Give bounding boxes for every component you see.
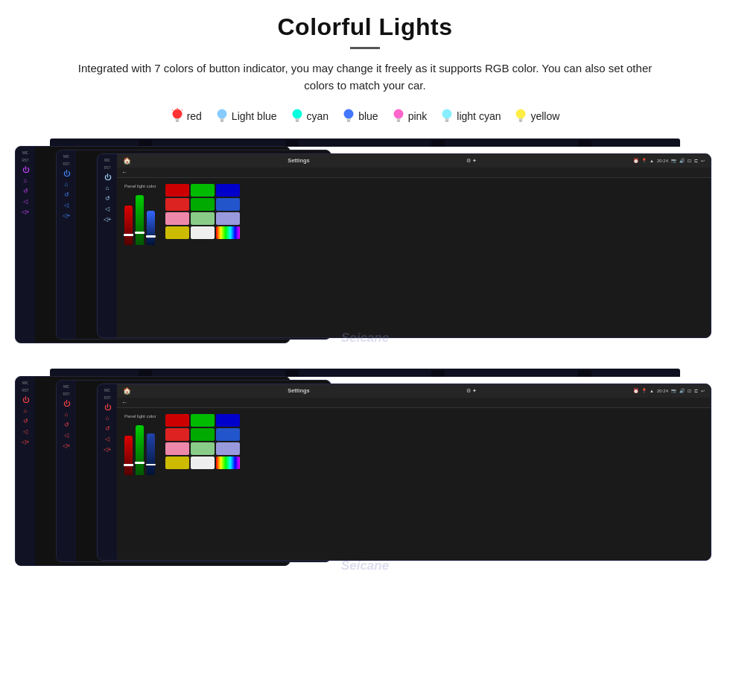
bar-red-1 <box>124 206 133 245</box>
panel-1-section: MIC RST ⏻ ⌂ ↺ ◁ ◁+ MIC RST ⏻ ⌂ ↺ <box>0 132 730 361</box>
screen-navrow-2: ← <box>117 398 711 408</box>
vlb3: ◁ <box>23 428 28 435</box>
micb2: MIC <box>63 385 69 389</box>
svg-point-21 <box>516 109 526 118</box>
side-col-front2: MIC RST ⏻ ⌂ ↺ ◁ ◁+ <box>98 384 117 560</box>
tick-b2 <box>146 464 156 466</box>
cell-1-6[interactable] <box>165 212 189 225</box>
side-col-b3: MIC RST ⏻ ⌂ ↺ ◁ ◁+ <box>16 377 35 565</box>
light-cyan-bulb-icon <box>440 108 454 124</box>
description-text: Integrated with 7 colors of button indic… <box>67 60 663 95</box>
micb3: MIC <box>22 381 28 385</box>
back-arrow-1[interactable]: ← <box>121 169 127 176</box>
hmf2: ⌂ <box>106 415 110 421</box>
composite-unit-2: MIC RST ⏻ ⌂ ↺ ◁ ◁+ MIC RST ⏻ ⌂ ↺ <box>15 369 715 581</box>
unit-card-front2: MIC RST ⏻ ⌂ ↺ ◁ ◁+ 🏠 Settings ⚙ ✦ ⏰ <box>97 384 711 561</box>
legend-label-cyan: cyan <box>307 110 329 122</box>
mic-label: MIC <box>22 151 28 155</box>
mount-nub2d <box>578 370 591 377</box>
mount-nub <box>578 140 591 147</box>
screen-body-1: Panel light color <box>117 178 711 337</box>
home-icon-1: 🏠 <box>123 157 131 165</box>
legend-item-pink: pink <box>392 108 428 124</box>
settings-icons-2: ⚙ ✦ <box>466 388 477 394</box>
cell-2-1[interactable] <box>191 414 215 427</box>
light-blue-bulb-icon <box>215 108 229 124</box>
loc-2: 📍 <box>641 388 647 393</box>
cell-2-5[interactable] <box>216 428 240 441</box>
cell-1-0[interactable] <box>165 184 189 197</box>
mic-front: MIC <box>104 159 110 162</box>
legend-item-cyan: cyan <box>291 108 329 124</box>
color-bars-2 <box>124 423 156 475</box>
bar-green-1 <box>136 195 144 245</box>
vl2b2: ◁+ <box>63 442 71 449</box>
legend-item-light-cyan: light cyan <box>440 108 501 124</box>
micf2: MIC <box>104 389 110 392</box>
svg-rect-19 <box>445 118 449 121</box>
vol-btn-2: ◁ <box>64 202 69 209</box>
cell-1-1[interactable] <box>191 184 215 197</box>
home-btn: ⌂ <box>24 177 28 184</box>
cam-2: 📷 <box>671 388 676 393</box>
cell-2-3[interactable] <box>165 428 189 441</box>
cell-2-4[interactable] <box>191 428 215 441</box>
tick-g <box>135 232 145 234</box>
cell-1-4[interactable] <box>191 198 215 211</box>
cell-1-7[interactable] <box>191 212 215 225</box>
cell-2-6[interactable] <box>165 442 189 455</box>
cell-1-2[interactable] <box>216 184 240 197</box>
vol-front2: ◁+ <box>104 216 112 223</box>
color-grid-2 <box>165 414 240 554</box>
panel-light-label-1: Panel light color <box>124 184 156 188</box>
page-container: Colorful Lights Integrated with 7 colors… <box>0 0 730 588</box>
legend-label-red: red <box>187 110 202 122</box>
cell-2-0[interactable] <box>165 414 189 427</box>
cell-2-9[interactable] <box>165 456 189 469</box>
back-front: ↺ <box>105 195 110 202</box>
svg-point-0 <box>172 109 182 118</box>
power-btn: ⏻ <box>22 166 29 174</box>
cell-1-11[interactable] <box>216 226 240 239</box>
bar-blue-2 <box>147 433 155 475</box>
time-2: 20:24 <box>657 389 668 393</box>
back-arrow-2[interactable]: ← <box>121 399 127 406</box>
svg-point-18 <box>442 109 452 118</box>
unit-card-front: MIC RST ⏻ ⌂ ↺ ◁ ◁+ 🏠 Settings ⚙ ✦ <box>97 153 711 338</box>
svg-rect-13 <box>347 118 351 121</box>
title-divider <box>350 47 380 49</box>
alarm-icon-1: ⏰ <box>633 158 638 163</box>
cell-1-5[interactable] <box>216 198 240 211</box>
legend-label-blue: blue <box>358 110 378 122</box>
settings-title-1: Settings <box>288 157 310 164</box>
cell-2-8[interactable] <box>216 442 240 455</box>
bkf2: ↺ <box>105 425 110 432</box>
bar-red-2 <box>124 436 133 475</box>
cell-1-10[interactable] <box>191 226 215 239</box>
cell-2-2[interactable] <box>216 414 240 427</box>
pink-bulb-icon <box>392 108 405 124</box>
wifi-2: ▲ <box>650 389 654 393</box>
screen-body-2: Panel light color <box>117 408 711 560</box>
home-btn2: ⌂ <box>65 181 69 188</box>
cell-1-3[interactable] <box>165 198 189 211</box>
vol-btn: ◁ <box>23 198 28 205</box>
hmb2: ⌂ <box>65 411 69 418</box>
cell-1-8[interactable] <box>216 212 240 225</box>
tick-r <box>124 234 133 236</box>
bk-2: ↩ <box>701 388 705 393</box>
main-screen-1: 🏠 Settings ⚙ ✦ ⏰ 📍 ▲ 20:24 📷 🔊 ⊡ ⊏ <box>117 154 711 337</box>
cell-2-10[interactable] <box>191 456 215 469</box>
cell-2-11[interactable] <box>216 456 240 469</box>
svg-rect-20 <box>445 121 448 122</box>
screen-icon-1: ⊡ <box>688 158 691 163</box>
alarm-2: ⏰ <box>633 388 638 393</box>
blue-bulb-icon <box>342 108 355 124</box>
rst-front: RST <box>104 166 111 170</box>
cell-1-9[interactable] <box>165 226 189 239</box>
vlb2: ◁ <box>64 432 69 439</box>
bkb2: ↺ <box>64 421 69 428</box>
svg-rect-16 <box>396 118 400 121</box>
back-btn: ↺ <box>23 188 28 194</box>
cell-2-7[interactable] <box>191 442 215 455</box>
